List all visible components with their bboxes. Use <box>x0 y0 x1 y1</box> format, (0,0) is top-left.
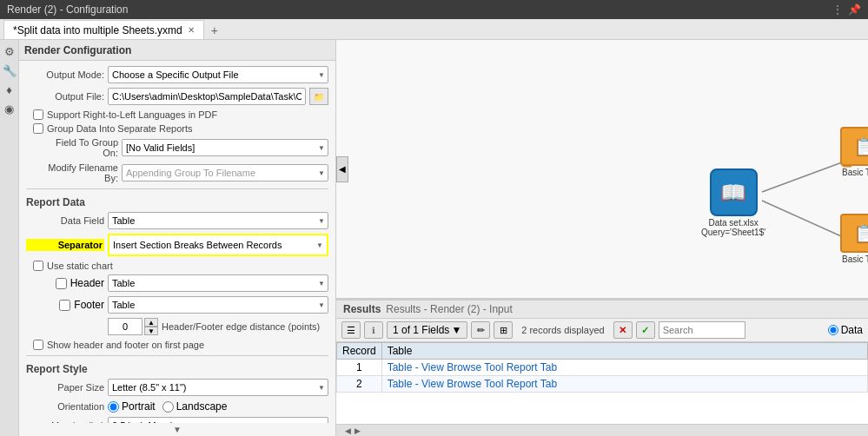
basic-table-1-node[interactable]: 📋 Basic Table <box>840 127 868 177</box>
results-info-icon[interactable]: ℹ <box>364 321 383 339</box>
confirm-icon[interactable]: ✓ <box>636 321 655 339</box>
top-bar-icons: ⋮ 📌 <box>832 3 861 16</box>
group-data-row: Group Data Into Separate Reports <box>26 123 328 134</box>
basic-table-2-label: Basic Table <box>842 254 868 264</box>
pin-icon[interactable]: 📌 <box>848 3 861 16</box>
diamond-icon[interactable]: ♦ <box>2 82 17 97</box>
separator-label: Separator <box>26 239 104 251</box>
results-panel: Results Results - Render (2) - Input ☰ ℹ… <box>336 301 868 436</box>
results-menu-icon[interactable]: ☰ <box>341 321 361 339</box>
header-checkbox[interactable] <box>56 278 67 289</box>
svg-line-1 <box>762 201 849 240</box>
data-table: Record Table 1Table - View Browse Tool R… <box>336 342 868 393</box>
fields-button-label: 1 of 1 Fields <box>393 324 449 336</box>
header-select[interactable]: Table <box>108 274 328 292</box>
use-static-chart-checkbox[interactable] <box>33 261 43 271</box>
canvas-connections-svg: #1 #2 <box>336 40 868 298</box>
support-rtl-checkbox[interactable] <box>33 109 43 120</box>
output-file-input[interactable] <box>108 88 306 105</box>
edge-distance-input[interactable] <box>108 318 142 335</box>
landscape-option[interactable]: Landscape <box>162 400 228 413</box>
group-data-label: Group Data Into Separate Reports <box>47 123 193 134</box>
browse-button[interactable]: 📁 <box>309 88 328 105</box>
use-static-chart-row: Use static chart <box>26 261 328 271</box>
results-title: Results <box>343 303 381 315</box>
footer-checkbox[interactable] <box>59 300 70 311</box>
paper-size-wrapper: Letter (8.5" x 11") <box>108 379 328 396</box>
field-group-on-wrapper: [No Valid Fields] <box>122 139 328 156</box>
results-header: Results Results - Render (2) - Input <box>336 301 868 319</box>
fields-chevron-icon: ▼ <box>451 324 461 336</box>
footer-select[interactable]: Table <box>108 296 328 314</box>
data-field-label: Data Field <box>26 215 104 226</box>
search-input[interactable] <box>659 321 745 339</box>
tab-label: *Split data into multiple Sheets.yxmd <box>13 24 182 36</box>
orientation-options: Portrait Landscape <box>108 400 227 413</box>
dataset-node[interactable]: 📖 Data set.xlsxQuery='Sheet1$' <box>701 168 765 237</box>
panel-name-label: Render Configuration <box>24 44 330 56</box>
show-header-footer-checkbox[interactable] <box>33 340 43 350</box>
field-group-on-select[interactable]: [No Valid Fields] <box>122 139 328 156</box>
dataset-node-label: Data set.xlsxQuery='Sheet1$' <box>701 218 765 237</box>
separator-row: Separator Insert Section Breaks Between … <box>26 234 328 256</box>
results-table: Record Table 1Table - View Browse Tool R… <box>336 342 868 424</box>
data-field-row: Data Field Table <box>26 212 328 229</box>
output-mode-label: Output Mode: <box>26 69 104 80</box>
tab-add-button[interactable]: + <box>204 22 225 39</box>
tab-split-data[interactable]: *Split data into multiple Sheets.yxmd ✕ <box>3 20 204 39</box>
cell-table: Table - View Browse Tool Report Tab <box>381 376 867 393</box>
show-header-footer-label: Show header and footer on first page <box>47 340 204 350</box>
column-table: Table <box>381 343 867 360</box>
panel-title-text: Render (2) - Configuration <box>7 3 128 16</box>
main-content: ⚙ 🔧 ♦ ◉ Render Configuration Output Mode… <box>0 40 868 436</box>
landscape-label: Landscape <box>176 400 228 413</box>
portrait-option[interactable]: Portrait <box>108 400 156 413</box>
results-toolbar: ☰ ℹ 1 of 1 Fields ▼ ✏ ⊞ 2 records displa… <box>336 319 868 342</box>
field-group-on-label: Field To Group On: <box>40 137 118 158</box>
modify-filename-select[interactable]: Appending Group To Filename <box>122 164 328 182</box>
output-file-label: Output File: <box>26 91 104 102</box>
results-count: 2 records displayed <box>521 325 604 335</box>
spinner-group: ▲ ▼ <box>108 318 158 335</box>
data-radio[interactable] <box>828 325 838 335</box>
scroll-down-arrow[interactable]: ▼ <box>19 423 335 436</box>
tool-icon[interactable]: 🔧 <box>2 63 17 78</box>
group-data-checkbox[interactable] <box>33 123 43 134</box>
paper-size-select[interactable]: Letter (8.5" x 11") <box>108 379 328 396</box>
margins-select[interactable]: 0.5 inch Margins <box>108 417 328 423</box>
scroll-right-arrow[interactable]: ▶ <box>353 426 362 435</box>
spinner-down[interactable]: ▼ <box>144 327 158 335</box>
support-rtl-label: Support Right-to-Left Languages in PDF <box>47 109 217 120</box>
tab-close-icon[interactable]: ✕ <box>188 25 195 35</box>
copy-icon[interactable]: ⊞ <box>494 321 513 339</box>
portrait-radio[interactable] <box>108 401 119 413</box>
output-mode-select[interactable]: Choose a Specific Output File <box>108 66 328 83</box>
basic-table-2-node[interactable]: 📋 Basic Table <box>840 214 868 264</box>
data-field-select[interactable]: Table <box>108 212 328 229</box>
data-field-wrapper: Table <box>108 212 328 229</box>
fields-button[interactable]: 1 of 1 Fields ▼ <box>387 321 467 339</box>
separator-select[interactable]: Insert Section Breaks Between Records <box>109 235 327 254</box>
circle-icon[interactable]: ◉ <box>2 101 17 116</box>
output-mode-wrapper: Choose a Specific Output File <box>108 66 328 83</box>
report-data-section-label: Report Data <box>26 196 328 208</box>
table-header-row: Record Table <box>337 343 868 360</box>
canvas-collapse-button[interactable]: ◀ <box>336 156 348 182</box>
footer-row: Footer Table <box>26 296 328 314</box>
landscape-radio[interactable] <box>162 401 174 413</box>
clear-icon[interactable]: ✕ <box>613 321 633 339</box>
portrait-label: Portrait <box>122 400 156 413</box>
right-panel: ◀ #1 #2 <box>336 40 868 436</box>
settings-icon[interactable]: ⚙ <box>2 43 17 59</box>
cell-record: 1 <box>337 360 382 376</box>
edit-icon[interactable]: ✏ <box>471 321 490 339</box>
cell-record: 2 <box>337 376 382 393</box>
scroll-left-arrow[interactable]: ◀ <box>343 426 353 435</box>
horizontal-scroll: ◀ ▶ <box>343 426 362 435</box>
spinner-up[interactable]: ▲ <box>144 318 158 327</box>
header-row: Header Table <box>26 274 328 292</box>
table-row: 2Table - View Browse Tool Report Tab <box>337 376 868 393</box>
svg-line-0 <box>762 160 849 192</box>
more-options-icon[interactable]: ⋮ <box>832 3 843 16</box>
results-bottom-bar: ◀ ▶ <box>336 424 868 436</box>
